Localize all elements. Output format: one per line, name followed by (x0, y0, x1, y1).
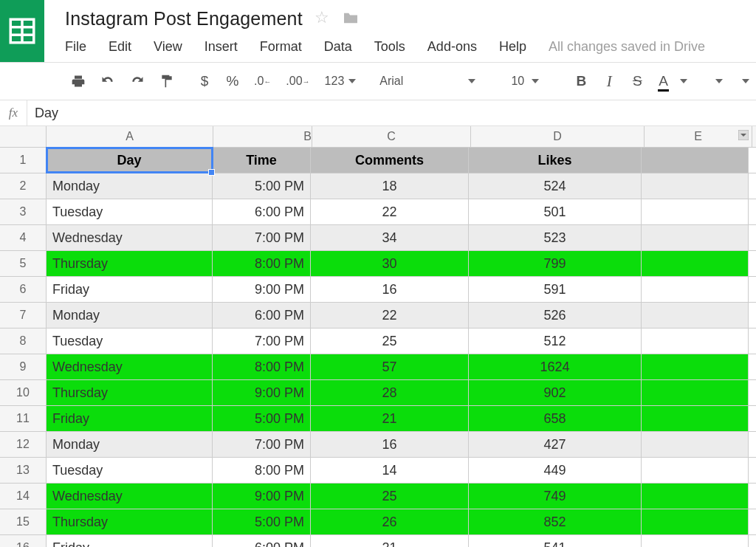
row-header[interactable]: 11 (0, 406, 47, 431)
row-header[interactable]: 16 (0, 535, 47, 547)
increase-decimal-button[interactable]: .00→ (286, 75, 309, 88)
row-header[interactable]: 10 (0, 380, 47, 405)
menu-help[interactable]: Help (499, 39, 526, 55)
row-header[interactable]: 13 (0, 458, 47, 483)
cell[interactable] (642, 277, 749, 302)
row-header[interactable]: 3 (0, 199, 47, 224)
cell[interactable]: 30 (311, 251, 469, 276)
cell[interactable]: 749 (469, 484, 642, 509)
cell[interactable]: Monday (47, 173, 213, 199)
cell[interactable]: 22 (311, 303, 469, 328)
cell[interactable]: 18 (311, 173, 469, 199)
folder-icon[interactable] (343, 11, 359, 24)
cell[interactable] (642, 199, 749, 224)
cell[interactable]: 28 (311, 380, 469, 405)
print-icon[interactable] (71, 74, 86, 89)
cell[interactable]: Wednesday (47, 354, 213, 379)
row-header[interactable]: 7 (0, 303, 47, 328)
redo-icon[interactable] (130, 74, 145, 89)
cell[interactable]: Likes (469, 148, 642, 173)
menu-edit[interactable]: Edit (109, 39, 131, 55)
column-header-d[interactable]: D (471, 126, 645, 147)
cell[interactable]: Monday (47, 432, 213, 457)
cell[interactable]: 658 (469, 406, 642, 431)
currency-button[interactable]: $ (198, 73, 211, 89)
cell[interactable] (642, 148, 749, 173)
cell[interactable] (642, 354, 749, 379)
cell[interactable]: 526 (469, 303, 642, 328)
menu-view[interactable]: View (154, 39, 182, 55)
cell[interactable]: 57 (311, 354, 469, 379)
cell[interactable]: 512 (469, 328, 642, 354)
cell[interactable]: 8:00 PM (213, 458, 311, 483)
cell[interactable]: 16 (311, 432, 469, 457)
cell[interactable] (642, 484, 749, 509)
cell[interactable]: 9:00 PM (213, 277, 311, 302)
borders-dropdown[interactable] (738, 79, 749, 83)
cell[interactable]: 26 (311, 509, 469, 534)
row-header[interactable]: 8 (0, 328, 47, 354)
bold-button[interactable]: B (574, 73, 588, 89)
cell[interactable]: 902 (469, 380, 642, 405)
row-header[interactable]: 12 (0, 432, 47, 457)
cell[interactable]: Monday (47, 303, 213, 328)
cell[interactable]: 9:00 PM (213, 484, 311, 509)
cell[interactable]: 6:00 PM (213, 535, 311, 547)
cell[interactable]: 799 (469, 251, 642, 276)
cell[interactable]: Comments (311, 148, 469, 173)
column-header-a[interactable]: A (47, 126, 213, 147)
cell[interactable]: 7:00 PM (213, 328, 311, 354)
cell[interactable]: Tuesday (47, 199, 213, 224)
cell[interactable]: 14 (311, 458, 469, 483)
italic-button[interactable]: I (602, 72, 616, 91)
cell[interactable]: 34 (311, 225, 469, 250)
cell[interactable]: 16 (311, 277, 469, 302)
cell[interactable]: Thursday (47, 380, 213, 405)
cell[interactable]: Tuesday (47, 328, 213, 354)
row-header[interactable]: 1 (0, 148, 47, 173)
menu-file[interactable]: File (65, 39, 86, 55)
cell[interactable]: 852 (469, 509, 642, 534)
cell[interactable] (642, 432, 749, 457)
cell[interactable] (642, 225, 749, 250)
cell[interactable] (642, 328, 749, 354)
cell[interactable] (642, 535, 749, 547)
cell[interactable] (642, 251, 749, 276)
cell[interactable]: 9:00 PM (213, 380, 311, 405)
row-header[interactable]: 9 (0, 354, 47, 379)
cell[interactable] (642, 173, 749, 199)
fill-color-dropdown[interactable] (711, 79, 723, 83)
cell[interactable]: 7:00 PM (213, 432, 311, 457)
cell[interactable]: 8:00 PM (213, 354, 311, 379)
menu-tools[interactable]: Tools (374, 39, 405, 55)
column-filter-icon[interactable] (738, 130, 749, 143)
column-header-c[interactable]: C (312, 126, 471, 147)
cell[interactable]: 449 (469, 458, 642, 483)
row-header[interactable]: 5 (0, 251, 47, 276)
cell[interactable]: 6:00 PM (213, 303, 311, 328)
column-header-b[interactable]: B (213, 126, 312, 147)
cell[interactable]: 501 (469, 199, 642, 224)
row-header[interactable]: 2 (0, 173, 47, 199)
cell[interactable]: 591 (469, 277, 642, 302)
paint-format-icon[interactable] (159, 74, 174, 89)
cell[interactable] (642, 303, 749, 328)
cell[interactable] (642, 406, 749, 431)
cell[interactable]: 5:00 PM (213, 173, 311, 199)
decrease-decimal-button[interactable]: .0← (254, 75, 271, 88)
cell[interactable]: 25 (311, 484, 469, 509)
cell[interactable]: Wednesday (47, 484, 213, 509)
cell[interactable]: 7:00 PM (213, 225, 311, 250)
cell[interactable]: 25 (311, 328, 469, 354)
cell[interactable] (642, 509, 749, 534)
cell[interactable]: 1624 (469, 354, 642, 379)
cell[interactable]: 8:00 PM (213, 251, 311, 276)
cell[interactable]: Thursday (47, 251, 213, 276)
cell[interactable]: 427 (469, 432, 642, 457)
cell[interactable]: 21 (311, 535, 469, 547)
cell[interactable] (642, 380, 749, 405)
cell[interactable]: Time (213, 148, 311, 173)
formula-input[interactable]: Day (27, 106, 756, 121)
menu-insert[interactable]: Insert (205, 39, 238, 55)
cell[interactable]: 22 (311, 199, 469, 224)
